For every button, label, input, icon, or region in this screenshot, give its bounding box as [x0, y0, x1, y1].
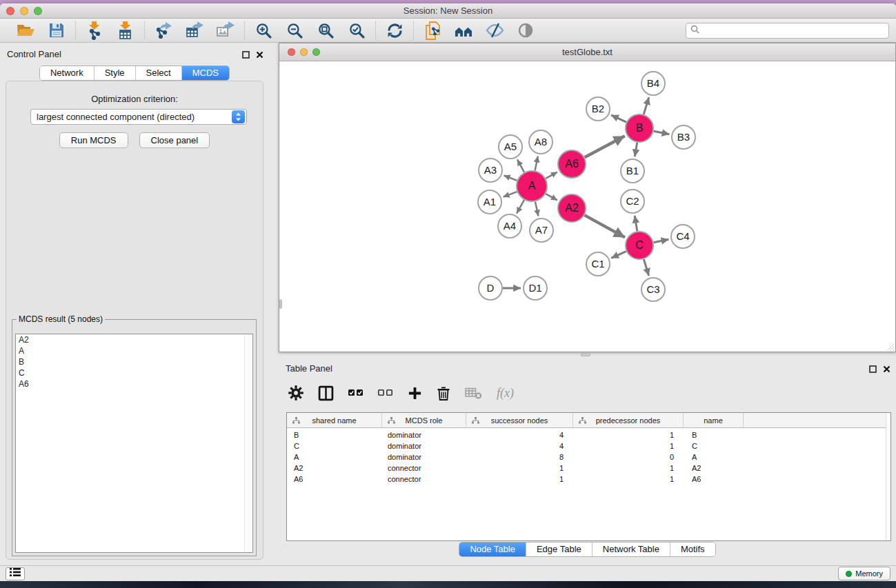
tab-network[interactable]: Network: [40, 66, 94, 80]
graph-edge-C-C4[interactable]: [654, 239, 669, 243]
criterion-dropdown[interactable]: largest connected component (directed): [30, 109, 247, 125]
network-close-button[interactable]: [288, 48, 295, 56]
export-image-icon[interactable]: [216, 21, 235, 40]
close-panel-button[interactable]: Close panel: [139, 132, 210, 148]
graph-node-A[interactable]: A: [517, 171, 547, 201]
graph-edge-A-A5[interactable]: [517, 159, 524, 172]
close-window-button[interactable]: [6, 7, 14, 15]
graph-node-A6[interactable]: A6: [558, 150, 586, 178]
graph-node-A8[interactable]: A8: [529, 130, 552, 154]
graph-node-B1[interactable]: B1: [621, 159, 644, 183]
import-table-icon[interactable]: [116, 21, 135, 40]
network-from-selection-icon[interactable]: [423, 21, 442, 40]
memory-button[interactable]: Memory: [838, 567, 890, 580]
table-scrollbar-track[interactable]: [886, 413, 890, 540]
mcds-result-item[interactable]: A6: [16, 378, 252, 389]
graph-node-C[interactable]: C: [626, 232, 653, 259]
column-layout-icon[interactable]: [318, 385, 334, 401]
graph-node-C4[interactable]: C4: [671, 225, 695, 248]
graph-node-A1[interactable]: A1: [478, 190, 501, 214]
minimize-window-button[interactable]: [20, 7, 28, 15]
graph-edge-A-A8[interactable]: [535, 156, 538, 171]
graph-node-C1[interactable]: C1: [586, 252, 610, 276]
deselect-all-icon[interactable]: [378, 385, 393, 401]
select-all-icon[interactable]: [348, 385, 364, 401]
float-panel-icon[interactable]: [242, 49, 250, 61]
close-table-panel-icon[interactable]: [883, 363, 890, 376]
graph-edge-A2-C[interactable]: [584, 215, 625, 237]
graph-node-C3[interactable]: C3: [641, 278, 665, 301]
show-graphics-icon[interactable]: [516, 21, 535, 40]
result-scrollbar[interactable]: [244, 334, 252, 552]
export-table-icon[interactable]: [185, 21, 204, 40]
zoom-out-icon[interactable]: [285, 21, 304, 40]
table-row[interactable]: Cdominator41C: [287, 442, 890, 453]
graph-node-B2[interactable]: B2: [586, 97, 610, 121]
graph-edge-A-A1[interactable]: [504, 192, 517, 197]
network-canvas[interactable]: AA1A2A3A4A5A6A7A8BB1B2B3B4CC1C2C3C4DD1: [279, 61, 895, 352]
close-panel-icon[interactable]: [256, 49, 263, 61]
zoom-window-button[interactable]: [34, 7, 42, 15]
export-network-icon[interactable]: [154, 21, 173, 40]
graph-edge-A6-B[interactable]: [585, 136, 625, 157]
search-field[interactable]: [686, 23, 889, 39]
zoom-selected-icon[interactable]: [347, 21, 366, 40]
mcds-result-item[interactable]: A: [16, 345, 252, 356]
window-resize-grip[interactable]: [886, 342, 895, 351]
import-network-icon[interactable]: [85, 21, 104, 40]
graph-edge-B-B4[interactable]: [644, 97, 649, 114]
graph-node-A5[interactable]: A5: [499, 135, 522, 159]
zoom-fit-icon[interactable]: [316, 21, 335, 40]
graph-node-B4[interactable]: B4: [641, 72, 665, 95]
graph-node-B[interactable]: B: [626, 114, 653, 142]
graph-edge-A-A3[interactable]: [504, 176, 517, 181]
graph-node-D1[interactable]: D1: [524, 276, 547, 300]
graph-edge-B-B2[interactable]: [611, 115, 626, 122]
column-header-predecessor-nodes[interactable]: predecessor nodes: [573, 413, 684, 428]
column-header-shared-name[interactable]: shared name: [287, 413, 382, 428]
graph-edge-C-C1[interactable]: [611, 252, 626, 258]
graph-edge-A-A2[interactable]: [546, 194, 557, 200]
delete-column-icon[interactable]: [437, 385, 450, 401]
graph-node-B3[interactable]: B3: [672, 125, 695, 149]
graph-node-A4[interactable]: A4: [498, 214, 521, 238]
mcds-result-item[interactable]: C: [16, 367, 252, 378]
graph-node-C2[interactable]: C2: [621, 190, 644, 213]
column-header-MCDS-role[interactable]: MCDS role: [382, 413, 466, 428]
network-minimize-button[interactable]: [300, 48, 308, 56]
settings-gear-icon[interactable]: [288, 385, 303, 401]
graph-edge-B-B1[interactable]: [635, 143, 637, 157]
graph-edge-A-A7[interactable]: [535, 202, 539, 216]
home-icon[interactable]: [454, 21, 473, 40]
zoom-in-icon[interactable]: [254, 21, 273, 40]
hide-details-icon[interactable]: [485, 21, 504, 40]
table-row[interactable]: A6connector11A6: [287, 475, 890, 486]
horizontal-scrollbar-thumb[interactable]: [581, 353, 590, 356]
tab-node-table[interactable]: Node Table: [459, 543, 526, 556]
graph-edge-A-A6[interactable]: [546, 172, 557, 179]
tab-mcds[interactable]: MCDS: [182, 66, 229, 80]
graph-node-D[interactable]: D: [479, 276, 502, 300]
graph-edge-A-A4[interactable]: [517, 200, 524, 214]
tab-motifs[interactable]: Motifs: [670, 543, 715, 556]
graph-node-A2[interactable]: A2: [558, 194, 586, 222]
tab-network-table[interactable]: Network Table: [593, 543, 670, 556]
mcds-result-list[interactable]: A2ABCA6: [15, 334, 253, 553]
column-header-name[interactable]: name: [684, 413, 744, 428]
open-session-icon[interactable]: [16, 21, 35, 40]
network-zoom-button[interactable]: [312, 48, 320, 56]
graph-node-A3[interactable]: A3: [479, 159, 502, 182]
tab-select[interactable]: Select: [136, 66, 182, 80]
graph-edge-C-C2[interactable]: [635, 216, 637, 232]
float-table-panel-icon[interactable]: [869, 363, 877, 376]
refresh-layout-icon[interactable]: [385, 21, 404, 40]
table-row[interactable]: Adominator80A: [287, 453, 890, 464]
save-session-icon[interactable]: [47, 21, 66, 40]
column-header-successor-nodes[interactable]: successor nodes: [466, 413, 573, 428]
graph-edge-B-B3[interactable]: [654, 131, 670, 134]
tab-style[interactable]: Style: [94, 66, 136, 80]
mcds-result-item[interactable]: B: [16, 356, 252, 367]
graph-edge-C-C3[interactable]: [644, 259, 648, 276]
task-history-button[interactable]: [6, 567, 25, 580]
run-mcds-button[interactable]: Run MCDS: [59, 132, 128, 148]
